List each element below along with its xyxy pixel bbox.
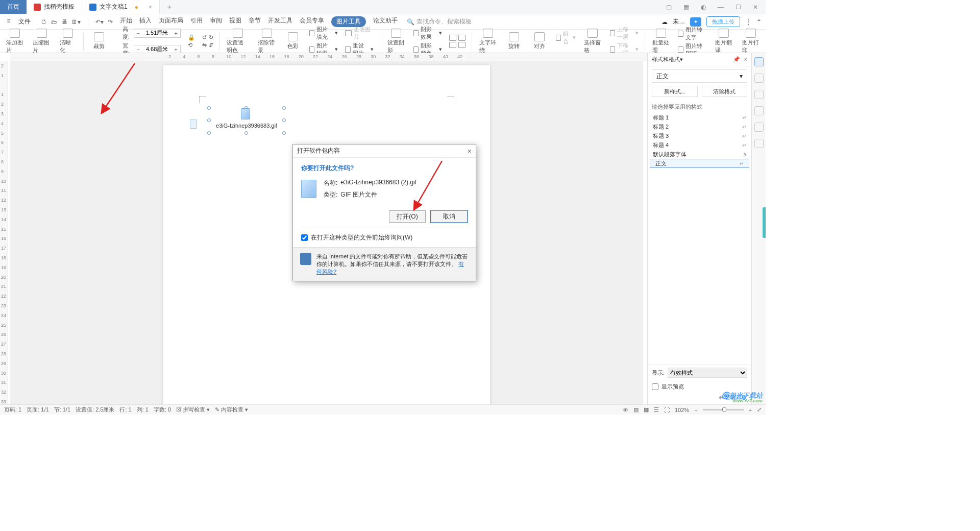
new-icon[interactable]: 🗋: [41, 18, 47, 26]
sel-pane-button[interactable]: 选择窗格: [581, 29, 604, 54]
align-button[interactable]: 对齐: [528, 32, 551, 50]
user-avatar-icon[interactable]: ◐: [697, 4, 709, 11]
rotate-left-icon[interactable]: ↺: [202, 34, 207, 41]
rail-tool-icon[interactable]: [754, 139, 764, 148]
cloud-badge-icon[interactable]: ✦: [690, 17, 701, 27]
resize-handle-br[interactable]: [282, 131, 286, 135]
view-outline-icon[interactable]: ☰: [654, 406, 659, 413]
style-item[interactable]: 标题 2↵: [648, 122, 751, 131]
new-style-button[interactable]: 新样式...: [652, 86, 698, 97]
nudge-right-icon[interactable]: [458, 35, 465, 41]
fit-icon[interactable]: ⤢: [757, 406, 762, 413]
lock-ratio-icon[interactable]: 🔒: [188, 34, 195, 41]
resize-handle-mr[interactable]: [282, 118, 286, 122]
command-search[interactable]: 🔍 查找命令、搜索模板: [407, 17, 472, 26]
rotate-right-icon[interactable]: ↻: [209, 34, 213, 41]
crop-button[interactable]: 裁剪: [88, 32, 110, 50]
current-style[interactable]: 正文▾: [652, 69, 747, 83]
minimize-button[interactable]: —: [715, 4, 727, 11]
menu-tab-开发工具[interactable]: 开发工具: [268, 16, 292, 27]
pic2text-label[interactable]: 图片转文字: [685, 26, 707, 41]
panel-close-icon[interactable]: ×: [744, 56, 747, 63]
wrap-button[interactable]: 文字环绕: [476, 29, 500, 54]
style-item[interactable]: 默认段落字体a: [648, 150, 751, 159]
layout-icon[interactable]: ▢: [663, 4, 675, 11]
rotate-button[interactable]: 旋转: [503, 32, 525, 50]
collapse-ribbon-icon[interactable]: ⌃: [756, 18, 762, 26]
rail-limit-icon[interactable]: [754, 90, 764, 99]
vertical-ruler[interactable]: 2112345678910111213141516171819202122232…: [0, 61, 8, 404]
tab-templates[interactable]: 找稻壳模板: [27, 0, 82, 14]
height-input[interactable]: [142, 30, 172, 36]
zoom-thumb[interactable]: [722, 407, 726, 412]
flip-h-icon[interactable]: ⇋: [202, 42, 207, 49]
print-icon[interactable]: 🖶: [61, 18, 67, 26]
close-window-button[interactable]: ✕: [749, 4, 762, 11]
height-dec[interactable]: −: [134, 30, 142, 36]
zoom-out-icon[interactable]: −: [694, 407, 697, 413]
redo-icon[interactable]: ↷: [108, 18, 113, 26]
reading-mode-icon[interactable]: 👁: [623, 407, 628, 413]
menu-tab-审阅[interactable]: 审阅: [210, 16, 222, 27]
batch-button[interactable]: 批量处理: [649, 29, 673, 54]
nudge-left-icon[interactable]: [449, 42, 456, 48]
sync-icon[interactable]: ☁: [662, 18, 668, 26]
view-fullscreen-icon[interactable]: ⛶: [664, 407, 670, 413]
status-row[interactable]: 行: 1: [119, 406, 131, 414]
resize-handle-bm[interactable]: [244, 131, 248, 135]
fill-label[interactable]: 图片填充: [316, 26, 333, 41]
remove-bg-button[interactable]: 抠除背景: [255, 29, 278, 54]
width-inc[interactable]: +: [172, 46, 180, 53]
zoom-slider[interactable]: [703, 409, 744, 411]
open-icon[interactable]: 🗁: [51, 18, 57, 26]
add-picture-button[interactable]: 添加图片: [3, 29, 27, 54]
clear-format-button[interactable]: 清除格式: [702, 86, 748, 97]
selected-object[interactable]: e3iG-fzihnep3936683.gif: [209, 108, 284, 133]
menu-tab-视图[interactable]: 视图: [229, 16, 241, 27]
print-pic-button[interactable]: 图片打印: [739, 29, 763, 54]
tab-home[interactable]: 首页: [0, 0, 27, 14]
styles-list[interactable]: 标题 1↵标题 2↵标题 3↵标题 4↵默认段落字体a正文↵: [648, 113, 751, 364]
resize-handle-ml[interactable]: [207, 118, 211, 122]
status-words[interactable]: 字数: 0: [154, 406, 171, 414]
style-item[interactable]: 标题 1↵: [648, 113, 751, 122]
style-item[interactable]: 标题 3↵: [648, 131, 751, 140]
preview-checkbox[interactable]: [652, 383, 658, 390]
menu-tab-引用[interactable]: 引用: [190, 16, 203, 27]
height-inc[interactable]: +: [172, 30, 180, 36]
apps-icon[interactable]: ▦: [680, 4, 692, 11]
display-select[interactable]: 有效样式: [668, 368, 747, 378]
always-ask-checkbox[interactable]: [301, 234, 308, 241]
embedded-file-icon[interactable]: [190, 119, 197, 129]
color-button[interactable]: 色彩: [282, 32, 304, 50]
side-grab-handle[interactable]: [763, 207, 766, 238]
width-input[interactable]: [142, 46, 172, 53]
zoom-value[interactable]: 102%: [675, 407, 689, 413]
rail-styles-icon[interactable]: [754, 57, 764, 66]
status-page[interactable]: 页面: 1/1: [27, 406, 48, 414]
status-setval[interactable]: 设置值: 2.5厘米: [76, 406, 114, 414]
resize-handle-tr[interactable]: [282, 106, 286, 110]
status-spell[interactable]: ☒ 拼写检查 ▾: [176, 406, 210, 414]
hamburger-icon[interactable]: ≡: [4, 17, 13, 27]
style-item[interactable]: 正文↵: [650, 159, 749, 168]
preview-icon[interactable]: 🗎▾: [71, 18, 81, 26]
status-col[interactable]: 列: 1: [137, 406, 149, 414]
translate-button[interactable]: 图片翻译: [712, 29, 736, 54]
undo-icon[interactable]: ↶▾: [95, 18, 104, 26]
set-transparent-button[interactable]: 设置透明色: [224, 29, 252, 54]
resize-handle-bl[interactable]: [207, 131, 211, 135]
file-menu[interactable]: 文件: [18, 17, 31, 26]
rail-select-icon[interactable]: [754, 74, 764, 83]
tab-current-doc[interactable]: 文字文稿1●×: [82, 0, 160, 14]
pin-icon[interactable]: 📌: [733, 56, 740, 63]
status-doccheck[interactable]: ✎ 内容检查 ▾: [215, 406, 248, 414]
tab-close-icon[interactable]: ×: [149, 4, 152, 11]
menu-tab-章节[interactable]: 章节: [249, 16, 261, 27]
dialog-titlebar[interactable]: 打开软件包内容 ×: [293, 144, 476, 158]
clarify-button[interactable]: 清晰化: [57, 29, 79, 54]
reset-size-icon[interactable]: ⟲: [188, 42, 192, 49]
set-shadow-button[interactable]: 设置阴影: [384, 29, 408, 54]
menu-tab-论文助手[interactable]: 论文助手: [373, 16, 398, 27]
width-dec[interactable]: −: [134, 46, 142, 53]
